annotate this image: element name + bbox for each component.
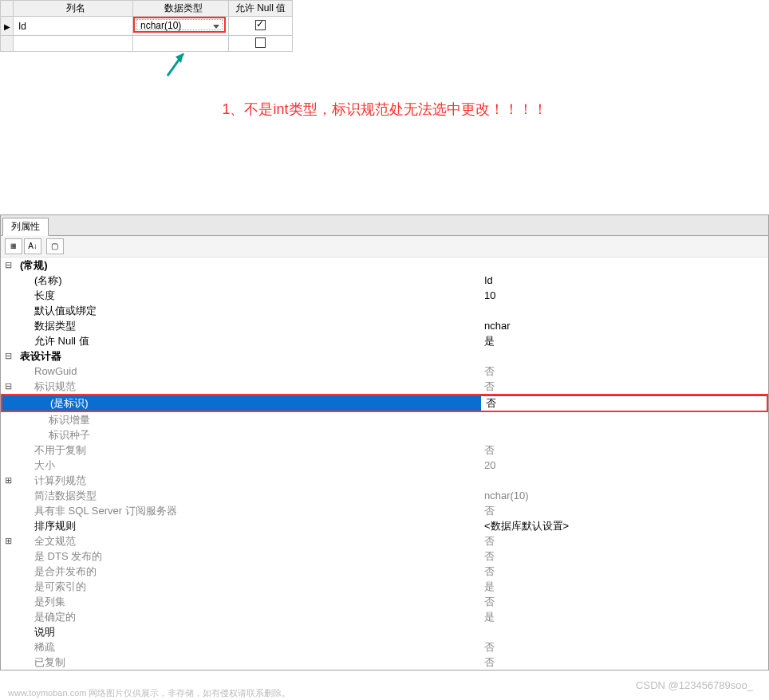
categorized-button[interactable]: ▦ bbox=[5, 238, 22, 254]
prop-fulltext-spec[interactable]: ⊞ 全文规范 否 bbox=[1, 533, 768, 549]
column-definition-table: 列名 数据类型 允许 Null 值 ▶ Id nchar(10) bbox=[0, 0, 293, 52]
prop-colset[interactable]: 是列集 否 bbox=[1, 594, 768, 609]
prop-non-mssql[interactable]: 具有非 SQL Server 订阅服务器 否 bbox=[1, 503, 768, 518]
row-selector-header bbox=[1, 1, 14, 17]
prop-collation[interactable]: 排序规则 <数据库默认设置> bbox=[1, 518, 768, 533]
cell-col-type[interactable]: nchar(10) bbox=[133, 17, 229, 36]
prop-length[interactable]: 长度 10 bbox=[1, 288, 768, 303]
column-properties-panel: 列属性 ▦A↓ ▢ ⊟ (常规) (名称) Id 长度 10 默认值或绑定 数据… bbox=[0, 214, 769, 671]
group-designer[interactable]: ⊟ 表设计器 bbox=[1, 348, 768, 364]
table-row[interactable]: ▶ Id nchar(10) bbox=[1, 17, 293, 36]
collapse-icon[interactable]: ⊟ bbox=[1, 381, 15, 391]
prop-indexable[interactable]: 是可索引的 是 bbox=[1, 579, 768, 594]
group-general[interactable]: ⊟ (常规) bbox=[1, 258, 768, 273]
row-marker-icon: ▶ bbox=[4, 22, 10, 31]
prop-replicated[interactable]: 已复制 否 bbox=[1, 655, 768, 670]
checkbox-checked-icon[interactable] bbox=[255, 20, 266, 30]
checkbox-icon[interactable] bbox=[255, 37, 266, 48]
collapse-icon[interactable]: ⊟ bbox=[1, 351, 15, 361]
type-highlight-box: nchar(10) bbox=[133, 17, 226, 33]
prop-description[interactable]: 说明 bbox=[1, 624, 768, 639]
prop-is-identity[interactable]: (是标识) 否 bbox=[2, 395, 767, 411]
header-col-type: 数据类型 bbox=[133, 1, 229, 17]
cell-allow-null[interactable] bbox=[229, 17, 293, 36]
prop-computed-spec[interactable]: ⊞ 计算列规范 bbox=[1, 473, 768, 488]
prop-deterministic[interactable]: 是确定的 是 bbox=[1, 609, 768, 624]
tab-column-props[interactable]: 列属性 bbox=[2, 218, 49, 236]
annotation-arrow bbox=[0, 52, 769, 84]
prop-sparse[interactable]: 稀疏 否 bbox=[1, 639, 768, 655]
prop-allow-null[interactable]: 允许 Null 值 是 bbox=[1, 333, 768, 348]
prop-dts[interactable]: 是 DTS 发布的 否 bbox=[1, 549, 768, 564]
expand-icon[interactable]: ⊞ bbox=[1, 536, 15, 546]
prop-size[interactable]: 大小 20 bbox=[1, 458, 768, 473]
annotation-caption: 1、不是int类型，标识规范处无法选中更改！！！！ bbox=[0, 84, 769, 214]
prop-rowguid[interactable]: RowGuid 否 bbox=[1, 364, 768, 379]
prop-merge[interactable]: 是合并发布的 否 bbox=[1, 564, 768, 579]
type-dropdown[interactable]: nchar(10) bbox=[136, 19, 223, 30]
header-col-null: 允许 Null 值 bbox=[229, 1, 293, 17]
tab-bar: 列属性 bbox=[1, 215, 768, 236]
property-pages-button[interactable]: ▢ bbox=[46, 238, 64, 254]
prop-identity-spec[interactable]: ⊟ 标识规范 否 bbox=[1, 379, 768, 394]
prop-concise-type[interactable]: 简洁数据类型 nchar(10) bbox=[1, 488, 768, 503]
collapse-icon[interactable]: ⊟ bbox=[1, 260, 15, 270]
header-col-name: 列名 bbox=[14, 1, 133, 17]
property-grid: ⊟ (常规) (名称) Id 长度 10 默认值或绑定 数据类型 nchar 允… bbox=[1, 258, 768, 670]
prop-identity-increment[interactable]: 标识增量 bbox=[1, 412, 768, 427]
identity-highlight-box: (是标识) 否 bbox=[1, 394, 768, 412]
properties-toolbar: ▦A↓ ▢ bbox=[1, 236, 768, 258]
prop-name[interactable]: (名称) Id bbox=[1, 273, 768, 288]
table-row-empty[interactable] bbox=[1, 36, 293, 52]
cell-col-name[interactable]: Id bbox=[14, 17, 133, 36]
expand-icon[interactable]: ⊞ bbox=[1, 475, 15, 486]
prop-not-for-replication[interactable]: 不用于复制 否 bbox=[1, 442, 768, 458]
prop-data-type[interactable]: 数据类型 nchar bbox=[1, 318, 768, 333]
alphabetical-button[interactable]: A↓ bbox=[24, 238, 41, 254]
prop-identity-seed[interactable]: 标识种子 bbox=[1, 427, 768, 442]
prop-default[interactable]: 默认值或绑定 bbox=[1, 303, 768, 318]
